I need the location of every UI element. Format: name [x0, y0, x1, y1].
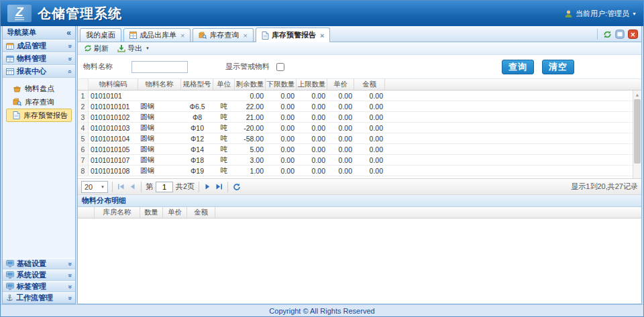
export-label: 导出: [127, 44, 142, 54]
grid-column-header[interactable]: 物料编码: [89, 79, 138, 90]
export-button[interactable]: 导出 ▼: [114, 43, 153, 54]
refresh-tab-icon[interactable]: [603, 30, 612, 39]
detail-column-header[interactable]: 金额: [187, 207, 215, 218]
tab-my-desktop[interactable]: 我的桌面: [80, 28, 121, 42]
query-button[interactable]: 查询: [502, 60, 534, 74]
grid-cell: 0.00: [266, 123, 297, 133]
close-icon[interactable]: ×: [320, 31, 324, 40]
grid-cell: 0101010108: [89, 166, 138, 176]
page-size-select[interactable]: 20 ▼: [81, 181, 108, 193]
grid-cell: 01010101: [89, 90, 138, 101]
grid-cell: 0.00: [297, 123, 327, 133]
sidebar-panel-label: 报表中心: [17, 66, 46, 76]
material-name-input[interactable]: [131, 61, 188, 73]
sidebar-panel-label: 系统设置: [17, 270, 46, 280]
next-page-button[interactable]: [203, 182, 212, 191]
maximize-icon[interactable]: [615, 29, 625, 39]
sidebar-panel-label: 成品管理: [17, 41, 46, 51]
table-row[interactable]: 20101010101圆钢Φ6.5吨22.000.000.000.000.00: [78, 101, 641, 112]
tab-inventory-query[interactable]: 库存查询 ×: [193, 28, 253, 42]
grid-cell: 圆钢: [138, 133, 181, 143]
grid-column-header[interactable]: 规格型号: [181, 79, 213, 90]
tab-label: 成品出库单: [140, 30, 176, 40]
sidebar-panel-label-mgmt[interactable]: 标签管理 »: [3, 281, 75, 292]
tab-inventory-warning-report[interactable]: 库存预警报告 ×: [256, 27, 330, 42]
detail-column-header[interactable]: 库房名称: [95, 207, 140, 218]
grid-cell: 吨: [213, 144, 235, 154]
close-window-icon[interactable]: ×: [628, 29, 638, 39]
clear-button[interactable]: 清空: [542, 60, 574, 74]
grid-cell: 0.00: [354, 101, 385, 111]
sidebar-panel-basic-settings[interactable]: 基础设置 »: [3, 258, 75, 269]
grid-header-filler: [385, 79, 641, 90]
vertical-scrollbar[interactable]: ▲: [633, 90, 641, 178]
first-page-button[interactable]: [117, 182, 125, 191]
user-menu[interactable]: 当前用户:管理员 ▼: [564, 9, 637, 19]
sidebar-item-label: 库存预警报告: [23, 111, 68, 121]
table-row[interactable]: 80101010108圆钢Φ19吨1.000.000.000.000.00: [78, 166, 641, 176]
sidebar: 导航菜单 « 成品管理 » 物料管理 »: [2, 26, 76, 304]
app-footer: Copyright © All Rights Reserved: [1, 304, 643, 316]
grid-column-header[interactable]: 单价: [327, 79, 354, 90]
grid-cell: 0.00: [297, 112, 327, 122]
content-panel: 刷新 导出 ▼ 物料名称 显示警戒物料: [77, 42, 642, 304]
chevron-down-icon: ▼: [101, 185, 105, 189]
table-row[interactable]: 40101010103圆钢Φ10吨-20.000.000.000.000.00: [78, 123, 641, 133]
grid-cell: 3.00: [235, 155, 266, 165]
sidebar-panel-report-center[interactable]: 报表中心 »: [3, 65, 75, 78]
table-row[interactable]: 60101010105圆钢Φ14吨5.000.000.000.000.00: [78, 144, 641, 155]
close-icon[interactable]: ×: [180, 31, 184, 40]
grid-cell: 0.00: [327, 123, 354, 133]
detail-header-row: 库房名称数量单价金额: [78, 207, 641, 218]
sidebar-panel-material-mgmt[interactable]: 物料管理 »: [3, 52, 75, 65]
close-icon[interactable]: ×: [243, 31, 247, 40]
prev-page-button[interactable]: [128, 182, 137, 191]
grid-column-header[interactable]: 下限数量: [266, 79, 297, 90]
sidebar-panel-workflow-mgmt[interactable]: 工作流管理 »: [3, 292, 75, 304]
page-prefix-label: 第: [146, 182, 153, 192]
grid-cell: 0.00: [327, 144, 354, 154]
refresh-button[interactable]: 刷新: [80, 43, 112, 54]
last-page-button[interactable]: [215, 182, 223, 191]
scrollbar-thumb[interactable]: [634, 99, 641, 164]
grid-cell: 0.00: [354, 112, 385, 122]
monitor-icon: [6, 260, 14, 267]
product-module-icon: [6, 42, 14, 50]
divider: [227, 182, 228, 192]
grid-column-header[interactable]: 上限数量: [297, 79, 327, 90]
basket-icon: [13, 84, 21, 92]
tab-product-outbound[interactable]: 成品出库单 ×: [123, 28, 191, 42]
sidebar-panel-product-mgmt[interactable]: 成品管理 »: [3, 40, 75, 52]
sidebar-collapse-icon[interactable]: «: [66, 28, 71, 38]
pagination-bar: 20 ▼ 第 共2页: [78, 179, 641, 195]
grid-column-header[interactable]: 剩余数量: [235, 79, 266, 90]
sidebar-panel-system-settings[interactable]: 系统设置 »: [3, 269, 75, 281]
sidebar-item-material-count[interactable]: 物料盘点: [6, 82, 72, 95]
grid-cell: 0101010103: [89, 123, 138, 133]
grid-column-header[interactable]: 金额: [354, 79, 385, 90]
sidebar-item-inventory-query[interactable]: 库存查询: [6, 95, 72, 109]
table-row[interactable]: 70101010107圆钢Φ18吨3.000.000.000.000.00: [78, 155, 641, 166]
grid-cell: 0.00: [266, 166, 297, 176]
scroll-up-icon[interactable]: ▲: [633, 90, 641, 99]
grid-column-header[interactable]: 物料名称: [138, 79, 181, 90]
anchor-icon: [6, 294, 13, 302]
grid-cell: 0101010105: [89, 144, 138, 154]
grid-cell: 圆钢: [138, 155, 181, 165]
reload-page-button[interactable]: [232, 182, 241, 192]
grid-cell: 0.00: [297, 144, 327, 154]
grid-header-row: 物料编码物料名称规格型号单位剩余数量下限数量上限数量单价金额: [78, 79, 641, 90]
table-row[interactable]: 1010101010.000.000.000.000.00: [78, 90, 641, 101]
grid-column-header[interactable]: 单位: [213, 79, 235, 90]
table-row[interactable]: 50101010104圆钢Φ12吨-58.000.000.000.000.00: [78, 133, 641, 144]
detail-column-header[interactable]: 数量: [140, 207, 163, 218]
show-warning-checkbox[interactable]: [276, 63, 284, 71]
detail-column-header[interactable]: 单价: [163, 207, 187, 218]
svg-text:×: ×: [630, 31, 635, 38]
app-window: Z 仓储管理系统 当前用户:管理员 ▼ 导航菜单 « 成品管理 »: [0, 0, 644, 317]
page-number-input[interactable]: [156, 182, 173, 192]
sidebar-item-inventory-warning-report[interactable]: 库存预警报告: [6, 109, 72, 122]
row-number: 6: [78, 144, 89, 154]
grid-cell: 1.00: [235, 166, 266, 176]
table-row[interactable]: 30101010102圆钢Φ8吨21.000.000.000.000.00: [78, 112, 641, 123]
